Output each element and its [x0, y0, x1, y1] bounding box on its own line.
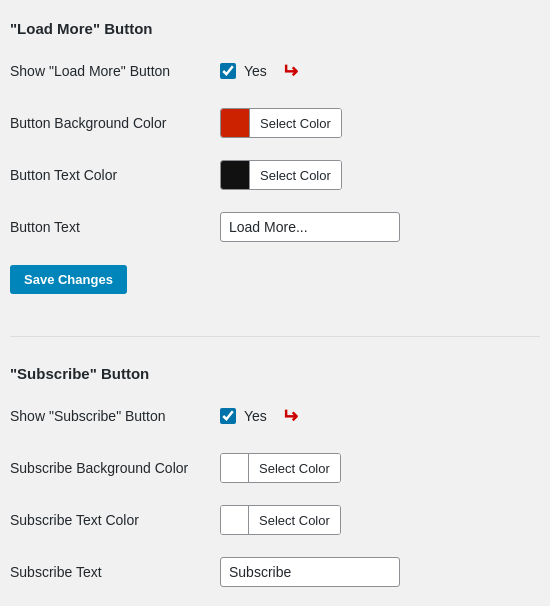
arrow-icon-subscribe: ↵	[281, 404, 298, 428]
load-more-title: "Load More" Button	[10, 20, 540, 37]
text-color-btn-label: Select Color	[249, 161, 341, 189]
show-subscribe-control: Yes ↵	[220, 404, 298, 428]
subscribe-text-color-swatch	[221, 506, 249, 534]
subscribe-bg-color-label: Subscribe Background Color	[10, 460, 220, 476]
subscribe-text-color-btn-label: Select Color	[249, 506, 340, 534]
bg-color-row: Button Background Color Select Color	[10, 105, 540, 141]
show-subscribe-yes: Yes	[244, 408, 267, 424]
show-subscribe-label: Show "Subscribe" Button	[10, 408, 220, 424]
show-load-more-row: Show "Load More" Button Yes ↵	[10, 53, 540, 89]
arrow-icon-load-more: ↵	[281, 59, 298, 83]
subscribe-text-color-button[interactable]: Select Color	[220, 505, 341, 535]
subscribe-bg-color-swatch	[221, 454, 249, 482]
show-subscribe-row: Show "Subscribe" Button Yes ↵	[10, 398, 540, 434]
button-text-label: Button Text	[10, 219, 220, 235]
subscribe-bg-color-btn-label: Select Color	[249, 454, 340, 482]
section-divider	[10, 336, 540, 337]
bg-color-btn-label: Select Color	[249, 109, 341, 137]
subscribe-text-color-row: Subscribe Text Color Select Color	[10, 502, 540, 538]
show-load-more-label: Show "Load More" Button	[10, 63, 220, 79]
subscribe-text-control	[220, 557, 400, 587]
show-load-more-checkbox[interactable]	[220, 63, 236, 79]
show-load-more-control: Yes ↵	[220, 59, 298, 83]
subscribe-text-label: Subscribe Text	[10, 564, 220, 580]
subscribe-bg-color-row: Subscribe Background Color Select Color	[10, 450, 540, 486]
text-color-swatch	[221, 161, 249, 189]
subscribe-text-input[interactable]	[220, 557, 400, 587]
save-changes-button[interactable]: Save Changes	[10, 265, 127, 294]
bg-color-control: Select Color	[220, 108, 342, 138]
show-load-more-yes: Yes	[244, 63, 267, 79]
text-color-button[interactable]: Select Color	[220, 160, 342, 190]
text-color-row: Button Text Color Select Color	[10, 157, 540, 193]
subscribe-section: "Subscribe" Button Show "Subscribe" Butt…	[10, 355, 540, 606]
subscribe-title: "Subscribe" Button	[10, 365, 540, 382]
button-text-input[interactable]	[220, 212, 400, 242]
button-text-row: Button Text	[10, 209, 540, 245]
button-text-control	[220, 212, 400, 242]
show-subscribe-checkbox[interactable]	[220, 408, 236, 424]
bg-color-swatch	[221, 109, 249, 137]
bg-color-label: Button Background Color	[10, 115, 220, 131]
subscribe-bg-color-button[interactable]: Select Color	[220, 453, 341, 483]
subscribe-text-color-label: Subscribe Text Color	[10, 512, 220, 528]
subscribe-text-row: Subscribe Text	[10, 554, 540, 590]
load-more-section: "Load More" Button Show "Load More" Butt…	[10, 10, 540, 318]
text-color-label: Button Text Color	[10, 167, 220, 183]
subscribe-text-color-control: Select Color	[220, 505, 341, 535]
bg-color-button[interactable]: Select Color	[220, 108, 342, 138]
subscribe-bg-color-control: Select Color	[220, 453, 341, 483]
text-color-control: Select Color	[220, 160, 342, 190]
